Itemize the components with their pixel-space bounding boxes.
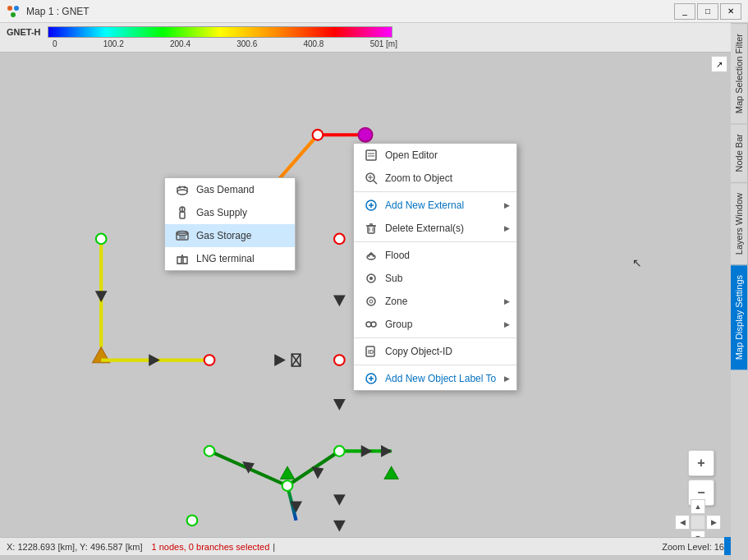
maximize-button[interactable]: □ [697, 3, 718, 20]
tab-layers-window[interactable]: Layers Window [731, 182, 748, 264]
tab-node-bar[interactable]: Node Bar [731, 123, 748, 181]
svg-point-73 [371, 322, 376, 327]
svg-point-47 [282, 480, 293, 491]
selection-text: 1 nodes, 0 branches selected [152, 542, 270, 552]
pan-right-button[interactable]: ▶ [706, 515, 721, 530]
close-button[interactable]: ✕ [720, 3, 741, 20]
svg-point-71 [369, 300, 373, 303]
tick-0: 0 [53, 39, 57, 48]
zoom-level-text: Zoom Level: 16 [662, 542, 724, 552]
svg-rect-88 [177, 257, 181, 264]
tab-map-selection-filter[interactable]: Map Selection Filter [731, 23, 748, 123]
zoom-in-button[interactable]: + [688, 450, 714, 476]
pan-left-button[interactable]: ◀ [675, 515, 690, 530]
tick-4: 400.8 [303, 39, 324, 48]
submenu-add-external: Gas Demand Gas Supply [164, 177, 296, 271]
svg-point-38 [313, 130, 324, 140]
color-bar [48, 26, 392, 38]
menu-add-new-external[interactable]: Add New External [354, 194, 516, 217]
svg-text:ID: ID [368, 349, 374, 355]
gas-demand-icon [175, 182, 190, 197]
colorbar-ticks: 0 100.2 200.4 300.6 400.8 501 [m] [53, 39, 397, 48]
lng-terminal-icon [175, 251, 190, 266]
svg-point-44 [334, 355, 345, 365]
menu-add-label[interactable]: Add New Object Label To [354, 367, 516, 390]
separator-text: | [273, 542, 275, 552]
svg-point-80 [179, 186, 181, 189]
main-container: GNET-H 0 100.2 200.4 300.6 400.8 501 [m] [0, 23, 748, 560]
separator-3 [354, 337, 516, 338]
flood-icon [364, 248, 379, 263]
add-label-icon [364, 371, 379, 386]
pan-center [691, 515, 705, 530]
separator-4 [354, 365, 516, 365]
svg-point-0 [7, 6, 12, 11]
separator-2 [354, 241, 516, 242]
menu-copy-id[interactable]: ID Copy Object-ID [354, 340, 516, 363]
copy-id-icon: ID [364, 344, 379, 359]
svg-point-72 [366, 322, 371, 327]
separator-1 [354, 191, 516, 192]
group-icon [364, 317, 379, 332]
tab-map-display-settings[interactable]: Map Display Settings [731, 264, 748, 370]
map-header: GNET-H 0 100.2 200.4 300.6 400.8 501 [m] [0, 23, 731, 53]
tick-5: 501 [m] [370, 39, 397, 48]
svg-point-46 [334, 446, 345, 457]
svg-point-81 [184, 186, 186, 189]
svg-point-2 [11, 12, 16, 17]
gas-storage-icon [175, 228, 190, 243]
svg-point-1 [14, 6, 19, 11]
map-canvas[interactable]: Open Editor Zoom to Object Add New Exter… [0, 53, 731, 555]
zoom-icon [364, 171, 379, 186]
svg-line-56 [374, 181, 377, 184]
svg-point-43 [204, 355, 215, 365]
menu-zoom-to-object[interactable]: Zoom to Object [354, 167, 516, 190]
window-controls: _ □ ✕ [674, 3, 741, 20]
svg-point-69 [369, 277, 373, 280]
pan-up-button[interactable]: ▲ [691, 499, 705, 514]
svg-point-39 [359, 128, 373, 142]
menu-flood[interactable]: Flood [354, 244, 516, 267]
title-bar: Map 1 : GNET _ □ ✕ [0, 0, 748, 23]
window-title: Map 1 : GNET [26, 6, 89, 17]
right-sidebar: Map Selection Filter Node Bar Layers Win… [731, 23, 748, 560]
zone-icon [364, 294, 379, 309]
menu-group[interactable]: Group [354, 313, 516, 336]
submenu-lng-terminal[interactable]: LNG terminal [165, 247, 295, 270]
status-bar: X: 1228.693 [km], Y: 496.587 [km] 1 node… [0, 537, 731, 555]
submenu-gas-storage[interactable]: Gas Storage [165, 224, 295, 247]
svg-point-41 [96, 234, 107, 245]
coordinates-text: X: 1228.693 [km], Y: 496.587 [km] [7, 542, 143, 552]
svg-point-42 [334, 234, 345, 245]
svg-point-45 [204, 446, 215, 457]
tick-3: 300.6 [236, 39, 257, 48]
delete-icon [364, 221, 379, 236]
app-logo [7, 5, 20, 18]
tick-1: 100.2 [103, 39, 124, 48]
gas-supply-icon [175, 205, 190, 220]
svg-point-79 [177, 190, 187, 195]
minimize-button[interactable]: _ [674, 3, 695, 20]
map-collapse-button[interactable]: ↗ [711, 56, 727, 72]
svg-rect-82 [180, 212, 185, 218]
add-external-icon [364, 198, 379, 213]
svg-point-67 [367, 255, 375, 259]
map-controls: + − [688, 450, 714, 506]
context-menu: Open Editor Zoom to Object Add New Exter… [353, 143, 517, 391]
zoom-indicator [724, 537, 731, 555]
svg-rect-52 [366, 150, 376, 160]
svg-point-50 [187, 515, 198, 526]
sub-icon [364, 271, 379, 286]
open-editor-icon [364, 148, 379, 163]
menu-zone[interactable]: Zone [354, 290, 516, 313]
submenu-gas-supply[interactable]: Gas Supply [165, 201, 295, 224]
svg-rect-89 [183, 257, 187, 264]
tick-2: 200.4 [170, 39, 190, 48]
colorbar-label: GNET-H [7, 27, 41, 37]
submenu-gas-demand[interactable]: Gas Demand [165, 178, 295, 201]
svg-point-70 [367, 297, 375, 305]
menu-delete-externals[interactable]: Delete External(s) [354, 217, 516, 240]
map-area[interactable]: GNET-H 0 100.2 200.4 300.6 400.8 501 [m] [0, 23, 731, 560]
menu-sub[interactable]: Sub [354, 267, 516, 290]
menu-open-editor[interactable]: Open Editor [354, 144, 516, 167]
